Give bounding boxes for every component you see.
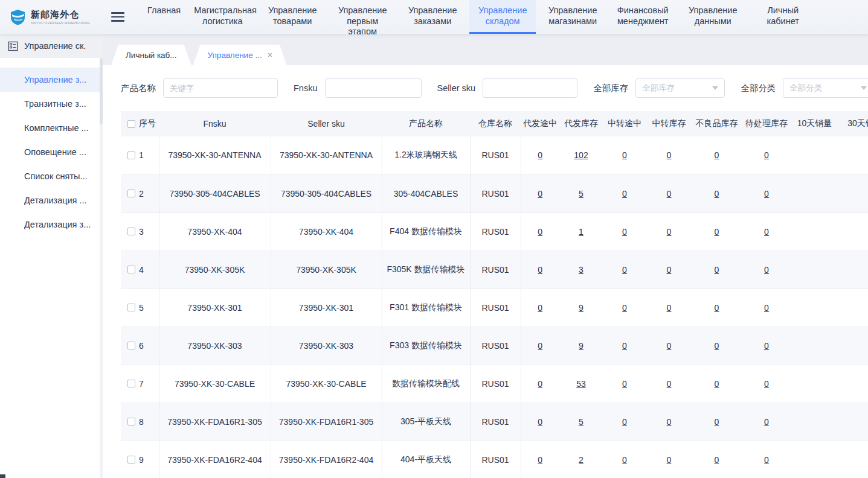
cell-stock: 0 xyxy=(692,136,742,174)
sidebar-item[interactable]: Оповещение ... xyxy=(0,140,103,164)
row-checkbox[interactable] xyxy=(127,151,135,159)
stock-count-link[interactable]: 0 xyxy=(622,189,627,199)
stock-count-link[interactable]: 0 xyxy=(538,189,542,199)
stock-select[interactable]: 全部库存 xyxy=(635,78,725,98)
stock-count-link[interactable]: 0 xyxy=(538,303,542,313)
stock-count-link[interactable]: 0 xyxy=(715,379,719,389)
stock-count-link[interactable]: 0 xyxy=(715,341,719,351)
stock-count-link[interactable]: 0 xyxy=(715,417,719,427)
topnav-item[interactable]: Управление товарами xyxy=(259,0,326,34)
stock-count-link[interactable]: 5 xyxy=(579,189,583,199)
tab-close-icon[interactable]: × xyxy=(268,50,272,60)
table-row: 273950-305-404CABLES73950-305-404CABLES3… xyxy=(121,174,868,212)
sidebar-item[interactable]: Список сняты... xyxy=(0,164,103,188)
category-select[interactable]: 全部分类 xyxy=(783,78,868,98)
stock-count-link[interactable]: 0 xyxy=(764,455,769,465)
stock-count-link[interactable]: 0 xyxy=(667,303,672,313)
stock-count-link[interactable]: 0 xyxy=(764,417,769,427)
stock-count-link[interactable]: 3 xyxy=(579,265,583,275)
stock-count-link[interactable]: 0 xyxy=(715,227,719,237)
topnav-item[interactable]: Финансовый менеджмент xyxy=(609,0,676,34)
fnsku-input[interactable] xyxy=(325,78,422,98)
stock-count-link[interactable]: 0 xyxy=(622,303,627,313)
cell-product-name: 404-平板天线 xyxy=(382,441,470,478)
topnav-item[interactable]: Управление первым этапом xyxy=(329,0,396,34)
stock-count-link[interactable]: 0 xyxy=(538,417,542,427)
stock-count-link[interactable]: 0 xyxy=(538,227,542,237)
stock-count-link[interactable]: 0 xyxy=(764,227,769,237)
hamburger-icon[interactable] xyxy=(111,12,124,22)
sidebar-scrollbar[interactable] xyxy=(100,58,103,478)
sidebar-item[interactable]: Комплектные ... xyxy=(0,116,103,140)
topnav-item[interactable]: Управление складом xyxy=(469,0,536,34)
content-area: Личный каб...Управление ...× 产品名称 Fnsku … xyxy=(103,34,868,478)
sidebar-item[interactable]: Детализация ... xyxy=(0,188,103,212)
select-all-checkbox[interactable] xyxy=(127,120,135,128)
stock-count-link[interactable]: 0 xyxy=(764,379,769,389)
topnav-item[interactable]: Магистральная логистика xyxy=(189,0,256,34)
row-checkbox[interactable] xyxy=(127,456,135,464)
seller-sku-input[interactable] xyxy=(483,78,577,98)
stock-count-link[interactable]: 0 xyxy=(622,265,627,275)
stock-count-link[interactable]: 0 xyxy=(764,150,769,160)
stock-count-link[interactable]: 0 xyxy=(622,227,627,237)
stock-count-link[interactable]: 0 xyxy=(622,455,627,465)
stock-count-link[interactable]: 0 xyxy=(764,265,769,275)
stock-count-link[interactable]: 0 xyxy=(538,265,542,275)
row-checkbox[interactable] xyxy=(127,190,135,197)
topnav-item[interactable]: Управление данными xyxy=(680,0,746,34)
sidebar-section-header[interactable]: Управление ск. xyxy=(0,34,103,58)
stock-count-link[interactable]: 0 xyxy=(667,265,672,275)
stock-count-link[interactable]: 0 xyxy=(715,150,719,160)
topnav-item[interactable]: Управление магазинами xyxy=(539,0,606,34)
row-checkbox[interactable] xyxy=(127,418,135,425)
stock-count-link[interactable]: 0 xyxy=(667,150,672,160)
row-checkbox[interactable] xyxy=(127,304,135,311)
sidebar-scrollbar-thumb[interactable] xyxy=(100,58,103,124)
stock-count-link[interactable]: 0 xyxy=(715,189,719,199)
stock-count-link[interactable]: 0 xyxy=(622,341,627,351)
stock-count-link[interactable]: 102 xyxy=(574,150,588,160)
stock-count-link[interactable]: 0 xyxy=(667,379,672,389)
cell-sales xyxy=(791,327,838,365)
stock-count-link[interactable]: 0 xyxy=(764,341,769,351)
stock-count-link[interactable]: 0 xyxy=(538,455,542,465)
stock-count-link[interactable]: 0 xyxy=(622,150,627,160)
stock-count-link[interactable]: 0 xyxy=(667,341,672,351)
row-checkbox[interactable] xyxy=(127,342,135,349)
sidebar-item[interactable]: Детализация з... xyxy=(0,212,103,237)
stock-count-link[interactable]: 9 xyxy=(579,341,583,351)
stock-count-link[interactable]: 5 xyxy=(579,417,583,427)
stock-count-link[interactable]: 9 xyxy=(579,303,583,313)
row-checkbox[interactable] xyxy=(127,266,135,273)
stock-count-link[interactable]: 0 xyxy=(715,303,719,313)
stock-count-link[interactable]: 0 xyxy=(622,417,627,427)
stock-count-link[interactable]: 0 xyxy=(538,379,542,389)
row-checkbox[interactable] xyxy=(127,380,135,387)
sidebar-item[interactable]: Транзитные з... xyxy=(0,92,103,116)
topnav-item[interactable]: Личный кабинет xyxy=(750,0,816,34)
stock-count-link[interactable]: 0 xyxy=(667,189,672,199)
stock-count-link[interactable]: 0 xyxy=(538,150,542,160)
stock-count-link[interactable]: 0 xyxy=(764,189,769,199)
stock-count-link[interactable]: 0 xyxy=(667,455,672,465)
stock-count-link[interactable]: 0 xyxy=(667,227,672,237)
product-name-input[interactable] xyxy=(163,78,278,98)
row-checkbox[interactable] xyxy=(127,228,135,235)
topnav-item[interactable]: Управление заказами xyxy=(399,0,466,34)
stock-count-link[interactable]: 0 xyxy=(538,341,542,351)
stock-count-link[interactable]: 0 xyxy=(764,303,769,313)
tab[interactable]: Личный каб... xyxy=(111,45,191,65)
stock-count-link[interactable]: 2 xyxy=(579,455,583,465)
stock-count-link[interactable]: 0 xyxy=(667,417,672,427)
topnav-item[interactable]: Главная xyxy=(143,0,185,34)
stock-count-link[interactable]: 53 xyxy=(576,379,586,389)
stock-count-link[interactable]: 0 xyxy=(715,265,719,275)
cell-seller-sku: 73950-XK-FDA16R2-404 xyxy=(271,441,382,478)
stock-count-link[interactable]: 1 xyxy=(579,227,583,237)
stock-count-link[interactable]: 0 xyxy=(622,379,627,389)
tab[interactable]: Управление ...× xyxy=(193,45,287,65)
stock-count-link[interactable]: 0 xyxy=(715,455,719,465)
sidebar-item[interactable]: Управление з... xyxy=(0,68,103,92)
row-select-cell: 8 xyxy=(121,417,159,427)
